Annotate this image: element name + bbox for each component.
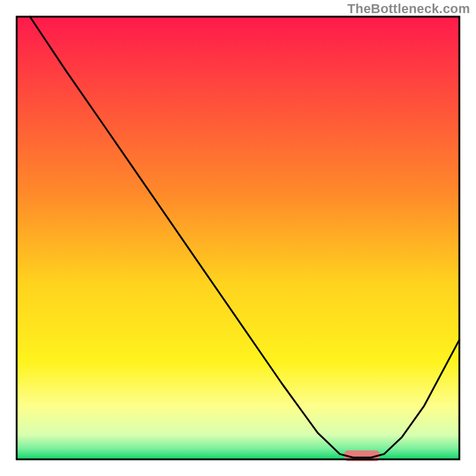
bottleneck-chart xyxy=(0,0,476,476)
plot-background xyxy=(17,17,459,459)
chart-wrapper: TheBottleneck.com xyxy=(0,0,476,476)
attribution-label: TheBottleneck.com xyxy=(347,1,470,17)
